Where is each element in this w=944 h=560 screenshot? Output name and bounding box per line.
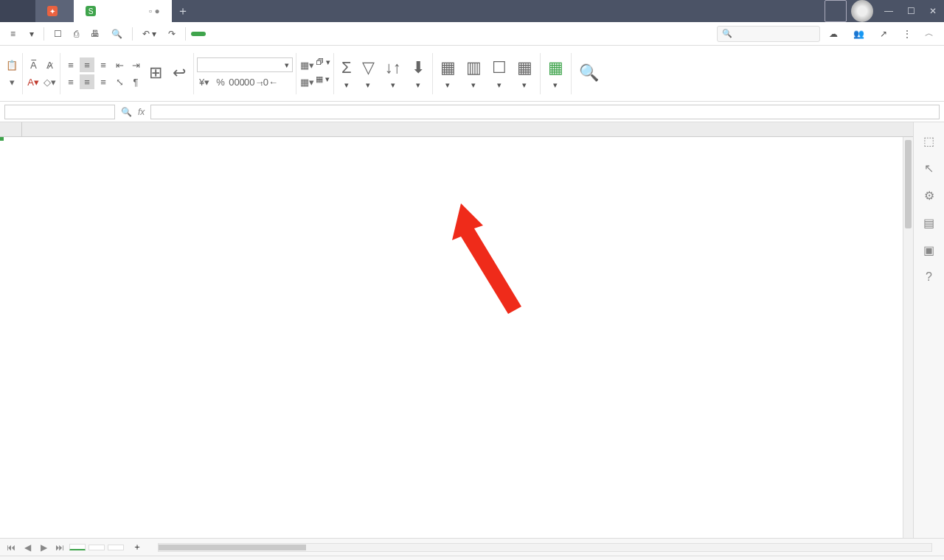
ribbon-tab-start[interactable]: [191, 32, 206, 36]
sheet-add[interactable]: ＋: [127, 539, 148, 556]
wrap-button[interactable]: ↩: [168, 60, 190, 87]
cond-format-icon[interactable]: ▦▾: [299, 57, 314, 72]
align-right-icon[interactable]: ≡: [96, 74, 111, 89]
horizontal-scrollbar[interactable]: [158, 543, 932, 552]
minimize-icon[interactable]: —: [878, 0, 900, 22]
select-all-corner[interactable]: [0, 122, 22, 136]
eraser-icon[interactable]: ◇▾: [42, 74, 57, 89]
tab-home[interactable]: [0, 0, 35, 22]
align-top-icon[interactable]: ≡: [63, 57, 78, 72]
vertical-scrollbar[interactable]: [903, 137, 913, 538]
redo-icon[interactable]: ↷: [164, 26, 180, 42]
side-settings-icon[interactable]: ⚙: [924, 189, 934, 203]
side-clip-icon[interactable]: ▣: [923, 243, 934, 257]
share-button[interactable]: ↗: [875, 26, 894, 42]
format-table-icon[interactable]: ▦▾: [299, 74, 314, 89]
zoom-out-icon[interactable]: 🔍: [121, 107, 132, 117]
sheet-nav-prev[interactable]: ◀: [21, 542, 34, 553]
save-icon[interactable]: ☐: [49, 26, 66, 42]
sheet-tab[interactable]: [88, 545, 105, 550]
align-bot-icon[interactable]: ≡: [96, 57, 111, 72]
sheet-nav-first[interactable]: ⏮: [4, 542, 18, 553]
annotation-arrow: [446, 196, 542, 321]
search-input[interactable]: 🔍: [717, 26, 820, 42]
window-badge[interactable]: [825, 0, 847, 22]
rowcol-button[interactable]: ▥ ▾: [462, 55, 486, 91]
copy-icon[interactable]: ▾: [4, 74, 19, 89]
avatar[interactable]: [851, 0, 873, 22]
dec-dec-icon[interactable]: .0←: [262, 74, 277, 89]
svg-marker-0: [452, 203, 521, 314]
align-left-icon[interactable]: ≡: [63, 74, 78, 89]
merge-button[interactable]: ⊞: [145, 60, 167, 87]
sheet-nav-last[interactable]: ⏭: [53, 542, 66, 553]
percent-icon[interactable]: %: [213, 74, 228, 89]
currency-icon[interactable]: ¥▾: [197, 74, 212, 89]
sort-button[interactable]: ↓↑ ▾: [381, 55, 406, 91]
sheet-tab[interactable]: [69, 544, 86, 550]
cell-button[interactable]: ▦ ▾: [436, 55, 460, 91]
ribbon-tab-dev[interactable]: [297, 31, 309, 37]
freeze-button[interactable]: ▦ ▾: [513, 55, 537, 91]
menu-file[interactable]: ▾: [23, 26, 38, 42]
window-controls: — ☐ ✕: [825, 0, 944, 22]
tab-doc[interactable]: ✦: [35, 0, 74, 22]
orient-icon[interactable]: ⤡: [112, 74, 127, 89]
side-layout-icon[interactable]: ▤: [923, 216, 934, 230]
side-help-icon[interactable]: ?: [926, 270, 932, 284]
indent-inc-icon[interactable]: ⇥: [128, 57, 143, 72]
spreadsheet-grid[interactable]: [0, 122, 913, 538]
tab-overflow-icon[interactable]: ▫ ●: [149, 6, 160, 16]
rtl-icon[interactable]: ¶: [128, 74, 143, 89]
dec-inc-icon[interactable]: .00→: [246, 74, 260, 89]
grid-area: ⬚ ↖ ⚙ ▤ ▣ ?: [0, 122, 944, 538]
sheet-tab[interactable]: [108, 545, 124, 550]
close-icon[interactable]: ✕: [922, 0, 944, 22]
cell-style-button[interactable]: 🗇 ▾: [316, 57, 330, 72]
ribbon-tab-insert[interactable]: [209, 31, 221, 37]
table-style-button[interactable]: ▦ ▾: [316, 74, 330, 89]
more-icon[interactable]: ⋮: [898, 26, 916, 42]
sheet-nav-next[interactable]: ▶: [37, 542, 50, 553]
font-clear-icon[interactable]: A̷: [42, 57, 57, 72]
print-preview-icon[interactable]: 🔍: [107, 26, 127, 42]
menu-hamburger[interactable]: ≡: [6, 26, 20, 42]
unsync-button[interactable]: ☁: [825, 26, 844, 42]
ribbon-tab-data[interactable]: [253, 31, 265, 37]
ribbon-tab-review[interactable]: [268, 31, 280, 37]
column-headers[interactable]: [0, 122, 913, 137]
ribbon: 📋 ▾ A̅ A̷ A▾ ◇▾ ≡ ≡ ≡ ⇤ ⇥ ≡ ≡ ≡ ⤡ ¶ ⊞ ↩: [0, 46, 944, 102]
tab-add[interactable]: ＋: [172, 4, 194, 19]
ribbon-tab-vip[interactable]: [312, 31, 324, 37]
tab-workbook[interactable]: S ▫ ●: [74, 0, 172, 22]
print-icon[interactable]: 🖶: [86, 26, 104, 42]
paste-icon[interactable]: 📋: [4, 57, 19, 72]
filter-button[interactable]: ▽ ▾: [358, 55, 379, 91]
preview-icon[interactable]: ⎙: [69, 26, 83, 42]
maximize-icon[interactable]: ☐: [900, 0, 922, 22]
ribbon-tab-smarttool[interactable]: [327, 31, 339, 37]
sum-button[interactable]: Σ ▾: [337, 55, 356, 91]
align-center-icon[interactable]: ≡: [80, 74, 94, 89]
table-tool-button[interactable]: ▦ ▾: [544, 55, 568, 91]
side-select-icon[interactable]: ⬚: [923, 134, 934, 148]
side-cursor-icon[interactable]: ↖: [924, 161, 934, 175]
number-format-dropdown[interactable]: ▾: [197, 57, 293, 72]
fx-icon[interactable]: fx: [138, 107, 145, 117]
fill-button[interactable]: ⬇ ▾: [407, 55, 429, 91]
undo-icon[interactable]: ↶ ▾: [138, 26, 161, 42]
name-box[interactable]: [4, 105, 115, 119]
collapse-ribbon-icon[interactable]: ︿: [920, 24, 938, 43]
font-format-icon[interactable]: A̅: [26, 57, 41, 72]
find-button[interactable]: 🔍: [575, 60, 603, 87]
indent-dec-icon[interactable]: ⇤: [112, 57, 127, 72]
ribbon-tab-view[interactable]: [282, 31, 294, 37]
ribbon-tab-pagelayout[interactable]: [223, 31, 235, 37]
worksheet-button[interactable]: ☐ ▾: [487, 55, 511, 91]
ribbon-tab-formula[interactable]: [238, 31, 250, 37]
coop-button[interactable]: 👥: [849, 26, 871, 42]
align-mid-icon[interactable]: ≡: [80, 57, 94, 72]
sheet-tab-bar: ⏮ ◀ ▶ ⏭ ＋: [0, 538, 944, 556]
font-color-icon[interactable]: A▾: [26, 74, 41, 89]
formula-input[interactable]: [150, 105, 940, 119]
